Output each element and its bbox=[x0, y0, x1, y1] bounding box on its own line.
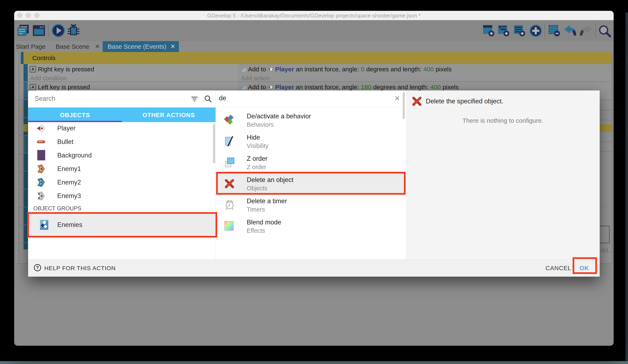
enemy1-ship-icon bbox=[36, 164, 46, 174]
gutter-tick bbox=[19, 189, 23, 190]
enemy3-ship-icon bbox=[36, 191, 46, 201]
action-length: 400 bbox=[430, 84, 441, 91]
action-object: Player bbox=[275, 66, 294, 73]
action-category: Timers bbox=[247, 206, 265, 213]
play-icon[interactable] bbox=[52, 24, 65, 38]
cancel-button[interactable]: CANCEL bbox=[546, 265, 571, 272]
add-comment-icon[interactable] bbox=[514, 25, 526, 38]
object-tabs: OBJECTS OTHER ACTIONS bbox=[28, 108, 216, 122]
left-scrollbar[interactable] bbox=[213, 124, 215, 163]
object-row-enemy3[interactable]: Enemy3 bbox=[28, 189, 216, 203]
add-action-link[interactable]: Add action bbox=[241, 75, 270, 82]
object-label: Background bbox=[57, 152, 92, 159]
tab-objects[interactable]: OBJECTS bbox=[28, 112, 122, 119]
condition-text: Right key is pressed bbox=[38, 66, 94, 73]
action-item-blend-mode[interactable]: Blend mode Effects bbox=[216, 216, 406, 237]
object-row-background[interactable]: Background bbox=[28, 149, 216, 162]
action-title: Z order bbox=[247, 155, 268, 162]
action-text: an instant force, angle: bbox=[296, 66, 359, 73]
player-ship-icon bbox=[268, 84, 273, 90]
keyboard-key-icon: A bbox=[30, 84, 36, 90]
main-toolbar bbox=[14, 20, 614, 41]
action-search-input[interactable] bbox=[219, 94, 386, 102]
gutter-tick bbox=[19, 82, 23, 82]
force-hand-icon bbox=[241, 84, 246, 90]
dialog-footer: ? HELP FOR THIS ACTION CANCEL OK bbox=[28, 259, 600, 277]
gutter-tick bbox=[19, 154, 23, 154]
condition-cell[interactable]: A Right key is pressed Add condition bbox=[28, 64, 238, 82]
visibility-icon bbox=[225, 136, 234, 147]
object-row-bullet[interactable]: Bullet bbox=[28, 135, 216, 149]
annotation-box-delete-object bbox=[216, 172, 406, 195]
scene-editor-icon[interactable] bbox=[33, 25, 45, 37]
action-cell[interactable]: Add to Player an instant force, angle: 0… bbox=[238, 64, 612, 82]
z-order-icon bbox=[225, 157, 235, 168]
add-event-partial-label[interactable]: dd... bbox=[601, 246, 614, 254]
add-circle-icon[interactable] bbox=[529, 24, 542, 38]
action-item-hide[interactable]: Hide Visibility bbox=[216, 131, 406, 152]
filter-icon[interactable] bbox=[191, 96, 198, 103]
action-title: Blend mode bbox=[247, 219, 281, 226]
tab-start-page[interactable]: Start Page bbox=[16, 43, 46, 50]
object-search-input[interactable] bbox=[34, 95, 181, 103]
group-label: Controls bbox=[32, 55, 56, 61]
action-item-deactivate-behavior[interactable]: De/activate a behavior Behaviors bbox=[216, 110, 406, 131]
undo-icon[interactable] bbox=[564, 25, 577, 38]
event-gutter-border bbox=[19, 52, 19, 264]
action-title: De/activate a behavior bbox=[247, 113, 311, 120]
redo-icon[interactable] bbox=[579, 25, 592, 38]
add-condition-link[interactable]: Add condition bbox=[30, 75, 67, 82]
debug-icon[interactable] bbox=[67, 24, 80, 38]
tab-base-scene[interactable]: Base Scene bbox=[56, 43, 89, 50]
tab-base-scene-events[interactable]: Base Scene (Events) ✕ bbox=[103, 41, 179, 52]
clear-search-icon[interactable]: ✕ bbox=[394, 94, 400, 102]
object-row-player[interactable]: Player bbox=[28, 122, 216, 135]
action-text: Add to bbox=[248, 66, 266, 73]
gdevelop-window: GDevelop 5 - /Users/dkarakay/Documents/G… bbox=[14, 11, 614, 346]
action-title: Delete a timer bbox=[247, 197, 287, 205]
action-description: Delete the specified object. bbox=[426, 98, 503, 105]
gutter-tick bbox=[19, 243, 23, 243]
object-groups-header: OBJECT GROUPS bbox=[33, 205, 81, 212]
close-icon[interactable]: ✕ bbox=[95, 43, 100, 50]
help-icon[interactable]: ? bbox=[34, 264, 41, 271]
middle-scrollbar[interactable] bbox=[403, 92, 405, 119]
object-label: Bullet bbox=[57, 138, 74, 146]
title-bar: GDevelop 5 - /Users/dkarakay/Documents/G… bbox=[14, 11, 614, 20]
blend-mode-icon bbox=[225, 221, 234, 231]
add-event-icon[interactable] bbox=[483, 25, 495, 38]
subevent-marker-light bbox=[23, 136, 28, 153]
annotation-box-ok bbox=[573, 257, 597, 274]
delete-event-icon[interactable] bbox=[549, 25, 561, 38]
group-marker bbox=[21, 52, 23, 64]
gutter-tick bbox=[19, 225, 23, 226]
action-object: Player bbox=[275, 84, 294, 91]
delete-cross-icon bbox=[412, 96, 422, 106]
subevent-marker-light bbox=[23, 82, 28, 99]
help-button[interactable]: HELP FOR THIS ACTION bbox=[44, 265, 116, 272]
action-item-delete-timer[interactable]: Delete a timer Timers bbox=[216, 194, 406, 216]
keyboard-key-icon: A bbox=[30, 66, 36, 72]
desktop-right-strip bbox=[626, 12, 628, 364]
tab-other-actions[interactable]: OTHER ACTIONS bbox=[122, 112, 216, 119]
event-group-header[interactable]: Controls bbox=[23, 52, 612, 64]
timer-icon bbox=[225, 199, 235, 211]
object-label: Enemy3 bbox=[57, 192, 81, 200]
action-text: degrees and length: bbox=[373, 84, 428, 91]
search-icon[interactable] bbox=[598, 24, 612, 39]
project-manager-icon[interactable] bbox=[17, 24, 30, 38]
desktop-bottom-strip bbox=[0, 361, 628, 364]
object-row-enemy2[interactable]: Enemy2 bbox=[28, 176, 216, 189]
action-search-row: ✕ bbox=[216, 90, 406, 107]
toolbar-separator bbox=[48, 23, 49, 38]
action-text: an instant force, angle: bbox=[296, 84, 359, 91]
player-ship-icon bbox=[36, 123, 46, 133]
action-angle: 0 bbox=[361, 66, 364, 73]
action-item-z-order[interactable]: Z order Z order bbox=[216, 152, 406, 173]
close-icon[interactable]: ✕ bbox=[170, 43, 175, 50]
toolbar-separator bbox=[595, 23, 596, 38]
action-text: pixels bbox=[436, 66, 452, 73]
object-row-enemy1[interactable]: Enemy1 bbox=[28, 162, 216, 176]
enemy2-ship-icon bbox=[36, 178, 46, 187]
add-subevent-icon[interactable] bbox=[498, 25, 510, 38]
